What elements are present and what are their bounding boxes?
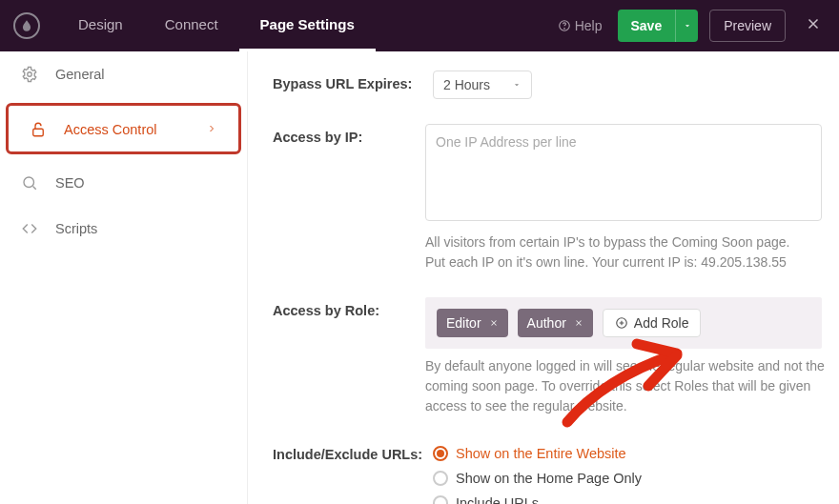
search-icon <box>21 174 42 192</box>
close-icon[interactable] <box>801 11 826 40</box>
sidebar-item-label: SEO <box>55 175 85 191</box>
topbar: Design Connect Page Settings Help Save P… <box>0 0 839 51</box>
ip-help-text: All visitors from certain IP's to bypass… <box>425 232 826 272</box>
close-icon[interactable] <box>489 315 499 331</box>
tab-page-settings[interactable]: Page Settings <box>239 0 376 51</box>
svg-point-4 <box>24 177 34 188</box>
radio-label: Show on the Entire Website <box>456 446 626 461</box>
content-panel: Bypass URL Expires: 2 Hours Access by IP… <box>248 51 839 504</box>
radio-icon <box>433 495 448 504</box>
field-access-role: Access by Role: Editor Author <box>273 297 826 416</box>
ip-textarea[interactable] <box>425 124 822 221</box>
close-icon[interactable] <box>574 315 583 331</box>
radio-icon <box>433 446 448 461</box>
save-caret-icon[interactable] <box>675 10 698 42</box>
topbar-tabs: Design Connect Page Settings <box>57 0 376 51</box>
gear-icon <box>21 66 42 83</box>
radio-home-page-only[interactable]: Show on the Home Page Only <box>433 466 826 491</box>
include-label: Include/Exclude URLs: <box>273 441 433 504</box>
svg-rect-3 <box>33 129 44 136</box>
sidebar-item-access-control[interactable]: Access Control <box>9 106 238 151</box>
svg-point-2 <box>28 72 32 77</box>
add-role-button[interactable]: Add Role <box>603 309 702 337</box>
role-chip-author[interactable]: Author <box>518 309 593 337</box>
save-button[interactable]: Save <box>618 10 699 42</box>
sidebar-item-label: Access Control <box>64 122 157 137</box>
role-chip-editor[interactable]: Editor <box>437 309 508 337</box>
sidebar-item-scripts[interactable]: Scripts <box>0 206 247 252</box>
field-access-ip: Access by IP: All visitors from certain … <box>273 124 826 272</box>
sidebar: General Access Control SEO Scrip <box>0 51 248 504</box>
bypass-value: 2 Hours <box>443 77 490 92</box>
sidebar-item-seo[interactable]: SEO <box>0 160 247 206</box>
radio-entire-website[interactable]: Show on the Entire Website <box>433 441 826 466</box>
radio-label: Include URLs <box>456 495 539 504</box>
sidebar-item-label: Scripts <box>55 221 97 236</box>
preview-button[interactable]: Preview <box>709 10 786 42</box>
chip-label: Author <box>527 315 566 331</box>
tab-design[interactable]: Design <box>57 0 144 51</box>
chevron-right-icon <box>206 122 217 137</box>
sidebar-item-label: General <box>55 67 105 82</box>
field-bypass-url: Bypass URL Expires: 2 Hours <box>273 71 826 99</box>
radio-label: Show on the Home Page Only <box>456 471 642 486</box>
sidebar-item-general[interactable]: General <box>0 51 247 97</box>
radio-icon <box>433 471 448 486</box>
chevron-down-icon <box>512 77 522 92</box>
logo-icon <box>13 12 40 39</box>
save-label: Save <box>618 18 676 33</box>
tab-connect[interactable]: Connect <box>144 0 239 51</box>
code-icon <box>21 220 42 237</box>
svg-point-1 <box>563 29 564 30</box>
role-help-text: By default anyone logged in will see the… <box>425 356 826 416</box>
ip-label: Access by IP: <box>273 124 425 272</box>
bypass-select[interactable]: 2 Hours <box>433 71 532 99</box>
help-link[interactable]: Help <box>558 18 603 33</box>
chip-label: Editor <box>446 315 481 331</box>
role-chip-area: Editor Author Add Role <box>425 297 822 349</box>
role-label: Access by Role: <box>273 297 425 416</box>
sidebar-highlight: Access Control <box>6 103 241 154</box>
add-role-label: Add Role <box>634 315 689 331</box>
help-label: Help <box>575 18 603 33</box>
radio-include-urls[interactable]: Include URLs <box>433 491 826 504</box>
bypass-label: Bypass URL Expires: <box>273 71 433 99</box>
field-include-exclude: Include/Exclude URLs: Show on the Entire… <box>273 441 826 504</box>
lock-icon <box>30 121 51 138</box>
